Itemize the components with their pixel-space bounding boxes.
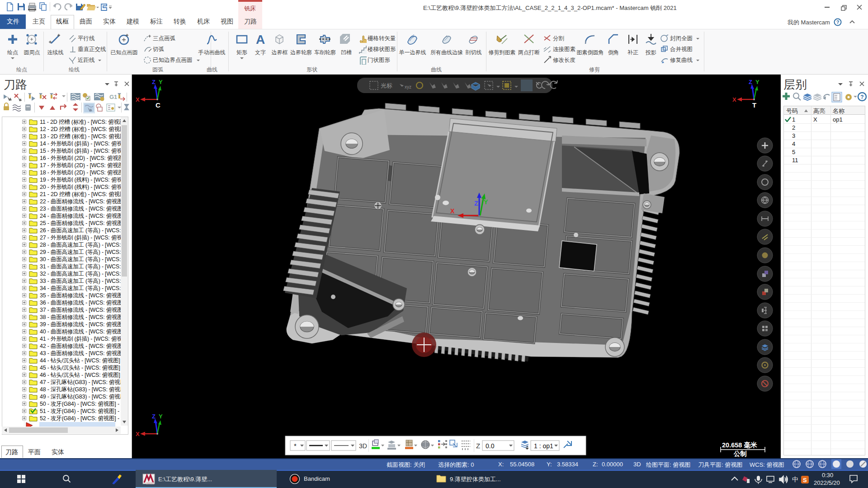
svg-text:2021: 2021 (146, 481, 154, 485)
svg-text:?: ? (860, 94, 863, 100)
svg-text:公制: 公制 (733, 450, 747, 457)
svg-text:中: 中 (792, 476, 798, 483)
svg-text:G1: G1 (109, 94, 117, 100)
svg-text:A: A (256, 33, 265, 46)
svg-text:?: ? (836, 19, 840, 25)
svg-text:S: S (803, 477, 807, 483)
svg-text:20.658 毫米: 20.658 毫米 (722, 441, 757, 449)
